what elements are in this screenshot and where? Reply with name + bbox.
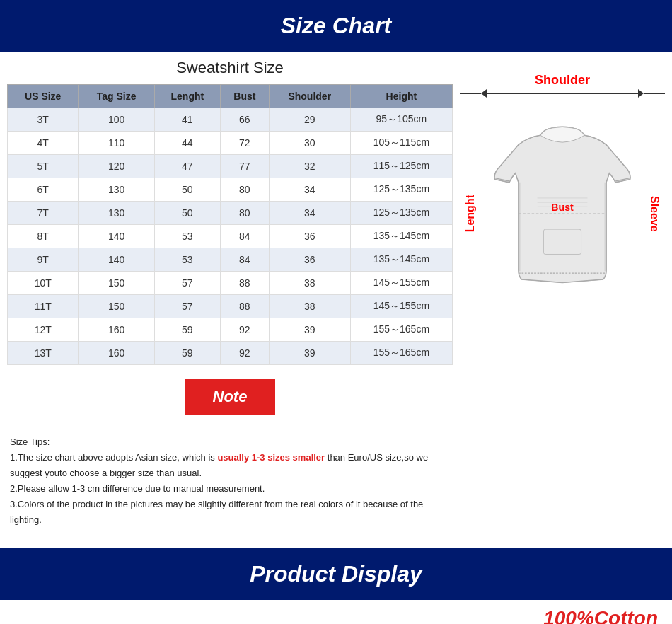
table-header-cell: Shoulder (269, 85, 350, 108)
footer-bar: Product Display (0, 548, 672, 600)
table-cell: 8T (8, 225, 79, 248)
table-cell: 13T (8, 342, 79, 365)
table-row: 5T120477732115～125cm (8, 155, 453, 178)
table-cell: 150 (79, 295, 154, 318)
footer-title: Product Display (250, 561, 422, 587)
table-cell: 50 (154, 202, 220, 225)
left-section: Sweatshirt Size US SizeTag SizeLenghtBus… (7, 59, 453, 534)
table-cell: 57 (154, 295, 220, 318)
table-cell: 77 (220, 155, 269, 178)
table-row: 7T130508034125～135cm (8, 202, 453, 225)
table-row: 11T150578838145～155cm (8, 295, 453, 318)
table-cell: 115～125cm (350, 155, 452, 178)
table-row: 8T140538436135～145cm (8, 225, 453, 248)
table-cell: 44 (154, 132, 220, 155)
header-bar: Size Chart (0, 0, 672, 52)
table-cell: 10T (8, 272, 79, 295)
table-cell: 88 (220, 272, 269, 295)
table-cell: 125～135cm (350, 202, 452, 225)
table-cell: 34 (269, 202, 350, 225)
table-row: 6T130508034125～135cm (8, 178, 453, 202)
sweatshirt-title: Sweatshirt Size (7, 59, 453, 77)
table-cell: 84 (220, 248, 269, 272)
table-cell: 36 (269, 248, 350, 272)
table-cell: 50 (154, 178, 220, 202)
table-row: 9T140538436135～145cm (8, 248, 453, 272)
table-cell: 57 (154, 272, 220, 295)
sweatshirt-svg: Bust (481, 100, 644, 327)
footer-cotton: 100%Cotton (0, 600, 672, 624)
table-cell: 4T (8, 132, 79, 155)
shoulder-label: Shoulder (535, 73, 590, 88)
table-cell: 92 (220, 318, 269, 342)
table-cell: 59 (154, 318, 220, 342)
table-cell: 6T (8, 178, 79, 202)
table-cell: 39 (269, 318, 350, 342)
size-table: US SizeTag SizeLenghtBustShoulderHeight … (7, 84, 453, 365)
table-cell: 39 (269, 342, 350, 365)
table-cell: 36 (269, 225, 350, 248)
table-row: 10T150578838145～155cm (8, 272, 453, 295)
table-cell: 130 (79, 178, 154, 202)
size-tips-line1: 1.The size chart above adopts Asian size… (10, 450, 450, 481)
table-header-cell: US Size (8, 85, 79, 108)
table-cell: 30 (269, 132, 350, 155)
table-cell: 32 (269, 155, 350, 178)
table-cell: 105～115cm (350, 132, 452, 155)
table-cell: 135～145cm (350, 248, 452, 272)
table-cell: 5T (8, 155, 79, 178)
table-cell: 41 (154, 108, 220, 132)
table-cell: 95～105cm (350, 108, 452, 132)
table-cell: 7T (8, 202, 79, 225)
table-cell: 29 (269, 108, 350, 132)
table-cell: 100 (79, 108, 154, 132)
table-cell: 88 (220, 295, 269, 318)
table-header-cell: Tag Size (79, 85, 154, 108)
table-cell: 3T (8, 108, 79, 132)
table-cell: 53 (154, 248, 220, 272)
table-cell: 84 (220, 225, 269, 248)
size-tips-line1-highlight: usually 1-3 sizes smaller (217, 452, 325, 463)
table-cell: 140 (79, 248, 154, 272)
table-cell: 92 (220, 342, 269, 365)
table-header-cell: Lenght (154, 85, 220, 108)
table-body: 3T10041662995～105cm4T110447230105～115cm5… (8, 108, 453, 365)
table-cell: 155～165cm (350, 318, 452, 342)
sweatshirt-svg-area: Bust (481, 100, 644, 327)
table-cell: 130 (79, 202, 154, 225)
table-cell: 38 (269, 272, 350, 295)
lenght-label: Lenght (464, 195, 477, 232)
table-cell: 110 (79, 132, 154, 155)
table-cell: 72 (220, 132, 269, 155)
table-row: 12T160599239155～165cm (8, 318, 453, 342)
lenght-label-container: Lenght (460, 100, 481, 327)
table-cell: 59 (154, 342, 220, 365)
table-header-cell: Height (350, 85, 452, 108)
table-cell: 38 (269, 295, 350, 318)
table-header-cell: Bust (220, 85, 269, 108)
header-title: Size Chart (281, 13, 391, 38)
table-cell: 125～135cm (350, 178, 452, 202)
note-button[interactable]: Note (185, 379, 276, 415)
table-cell: 160 (79, 342, 154, 365)
size-tips-line1-before: 1.The size chart above adopts Asian size… (10, 452, 217, 463)
diagram-container: Lenght (460, 100, 665, 327)
table-cell: 53 (154, 225, 220, 248)
table-cell: 145～155cm (350, 295, 452, 318)
table-cell: 140 (79, 225, 154, 248)
table-cell: 9T (8, 248, 79, 272)
table-cell: 120 (79, 155, 154, 178)
size-tips: Size Tips: 1.The size chart above adopts… (7, 429, 453, 534)
table-cell: 34 (269, 178, 350, 202)
size-tips-title: Size Tips: (10, 434, 450, 450)
table-cell: 155～165cm (350, 342, 452, 365)
table-cell: 12T (8, 318, 79, 342)
table-cell: 66 (220, 108, 269, 132)
table-cell: 11T (8, 295, 79, 318)
table-cell: 47 (154, 155, 220, 178)
table-row: 3T10041662995～105cm (8, 108, 453, 132)
main-content: Sweatshirt Size US SizeTag SizeLenghtBus… (0, 52, 672, 541)
sleeve-label: Sleeve (648, 196, 661, 232)
table-cell: 145～155cm (350, 272, 452, 295)
table-cell: 150 (79, 272, 154, 295)
